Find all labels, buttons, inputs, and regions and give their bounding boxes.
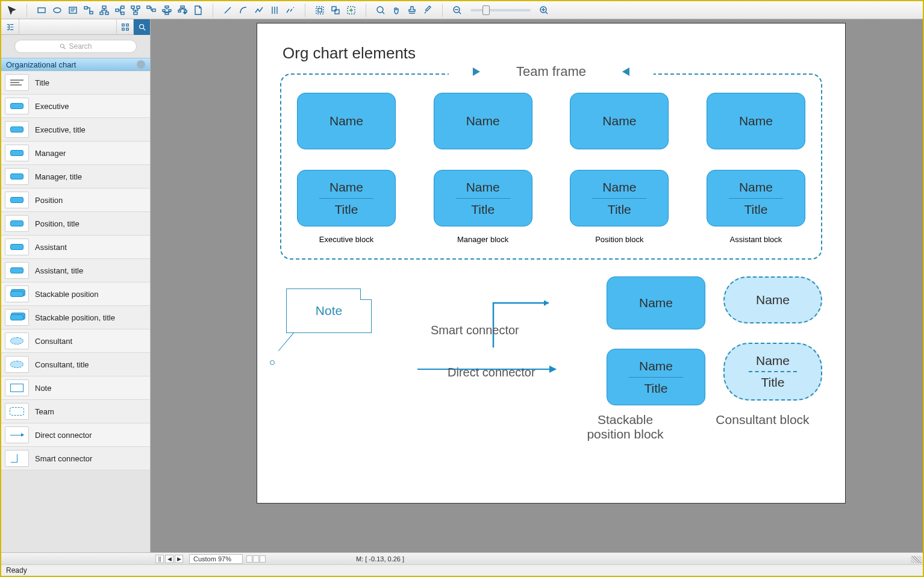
library-item[interactable]: Position, title — [1, 212, 150, 235]
curve-tool[interactable] — [236, 3, 251, 17]
zoom-slider[interactable] — [470, 9, 531, 11]
stackable-name-block[interactable]: Name — [607, 276, 705, 329]
line-tool[interactable] — [220, 3, 235, 17]
connector-tool[interactable] — [81, 3, 96, 17]
library-item[interactable]: Smart connector — [1, 447, 150, 470]
broken-line-tool[interactable] — [283, 3, 298, 17]
manager-title-block[interactable]: NameTitle — [434, 170, 532, 226]
arrow-left-icon — [622, 67, 629, 76]
library-item[interactable]: Title — [1, 71, 150, 95]
group-tool[interactable] — [313, 3, 327, 17]
svg-line-41 — [546, 12, 548, 14]
parallel-line-tool[interactable] — [267, 3, 282, 17]
library-item[interactable]: Stackable position — [1, 282, 150, 306]
library-item-label: Position, title — [35, 219, 80, 228]
library-item[interactable]: Position — [1, 189, 150, 212]
position-block[interactable]: Name — [570, 93, 669, 149]
library-item[interactable]: Direct connector — [1, 423, 150, 447]
library-item[interactable]: Executive — [1, 95, 150, 118]
library-header[interactable]: Organizational chart — [1, 58, 150, 71]
library-item-label: Direct connector — [35, 431, 92, 440]
tree-view-icon[interactable] — [1, 19, 19, 35]
zoom-in-button[interactable] — [537, 3, 551, 17]
shape-thumb-icon — [5, 403, 29, 420]
library-item[interactable]: Team — [1, 400, 150, 423]
library-item[interactable]: Consultant, title — [1, 353, 150, 376]
tree-tool-1[interactable] — [97, 3, 111, 17]
zoom-fit-tool[interactable] — [373, 3, 388, 17]
library-item[interactable]: Manager, title — [1, 165, 150, 189]
tree-dropdown[interactable] — [175, 3, 190, 17]
library-item[interactable]: Stackable position, title — [1, 306, 150, 329]
search-toggle-icon[interactable] — [133, 19, 150, 35]
library-item[interactable]: Consultant — [1, 329, 150, 353]
grid-view-icon[interactable] — [116, 19, 133, 35]
consultant-title-block[interactable]: NameTitle — [723, 343, 822, 401]
assistant-title-block[interactable]: NameTitle — [707, 170, 805, 226]
svg-rect-6 — [90, 11, 93, 14]
canvas-area[interactable]: Org chart elements Team frame Name Name … — [151, 19, 923, 552]
note-shape[interactable]: Note — [286, 288, 372, 333]
zoom-out-button[interactable] — [450, 3, 464, 17]
library-item[interactable]: Assistant, title — [1, 259, 150, 282]
library-item[interactable]: Manager — [1, 142, 150, 165]
svg-rect-12 — [121, 12, 124, 14]
library-item-label: Executive — [35, 102, 69, 111]
main-toolbar — [1, 1, 923, 19]
ellipse-tool[interactable] — [50, 3, 64, 17]
library-item-label: Position — [35, 196, 63, 205]
shape-thumb-icon — [5, 426, 29, 443]
view-mode-buttons[interactable] — [246, 555, 266, 563]
search-input[interactable]: Search — [14, 40, 137, 53]
branch-tool[interactable] — [144, 3, 158, 17]
stamp-tool[interactable] — [405, 3, 419, 17]
textbox-tool[interactable] — [66, 3, 80, 17]
svg-rect-32 — [335, 10, 339, 14]
library-item[interactable]: Executive, title — [1, 118, 150, 142]
close-library-icon[interactable] — [137, 60, 145, 69]
svg-rect-45 — [126, 23, 128, 26]
shape-thumb-icon — [5, 356, 29, 373]
manager-block[interactable]: Name — [434, 93, 532, 149]
svg-rect-30 — [318, 8, 322, 12]
svg-rect-18 — [165, 6, 169, 8]
status-text: Ready — [6, 566, 27, 575]
team-frame[interactable]: Team frame Name Name Name Name NameTitle… — [280, 73, 822, 260]
resize-grip-icon[interactable] — [911, 556, 922, 563]
assistant-block[interactable]: Name — [707, 93, 805, 149]
consultant-name-block[interactable]: Name — [723, 276, 822, 323]
position-title-block[interactable]: NameTitle — [570, 170, 669, 226]
ungroup-tool[interactable] — [328, 3, 343, 17]
new-page-tool[interactable] — [191, 3, 205, 17]
library-item[interactable]: Assistant — [1, 235, 150, 259]
drawing-page[interactable]: Org chart elements Team frame Name Name … — [257, 23, 846, 504]
shape-thumb-icon — [5, 332, 29, 349]
col-label: Assistant block — [707, 235, 805, 244]
tree-tool-2[interactable] — [113, 3, 127, 17]
svg-rect-10 — [116, 9, 119, 11]
svg-point-1 — [54, 8, 61, 13]
stackable-title-block[interactable]: NameTitle — [607, 349, 705, 405]
page-nav[interactable]: ||◀▶ — [155, 555, 183, 563]
zoom-select[interactable]: Custom 97% — [189, 554, 243, 564]
svg-rect-7 — [102, 6, 106, 8]
rect-tool[interactable] — [34, 3, 49, 17]
svg-line-38 — [459, 12, 461, 14]
executive-title-block[interactable]: NameTitle — [297, 170, 396, 226]
svg-rect-16 — [147, 6, 150, 8]
eyedropper-tool[interactable] — [420, 3, 435, 17]
tree-tool-3[interactable] — [128, 3, 143, 17]
library-item-label: Consultant, title — [35, 360, 89, 369]
polyline-tool[interactable] — [252, 3, 266, 17]
regroup-tool[interactable] — [344, 3, 358, 17]
library-filter-bar — [1, 19, 151, 35]
library-item[interactable]: Note — [1, 376, 150, 400]
search-placeholder: Search — [69, 42, 92, 51]
page-bar: ||◀▶ Custom 97% M: [ -0.13, 0.26 ] — [1, 552, 923, 564]
executive-block[interactable]: Name — [297, 93, 396, 149]
pan-tool[interactable] — [389, 3, 404, 17]
multi-tree-tool[interactable] — [160, 3, 174, 17]
library-item-label: Team — [35, 407, 54, 416]
svg-rect-22 — [181, 6, 184, 8]
cursor-tool[interactable] — [5, 3, 19, 17]
